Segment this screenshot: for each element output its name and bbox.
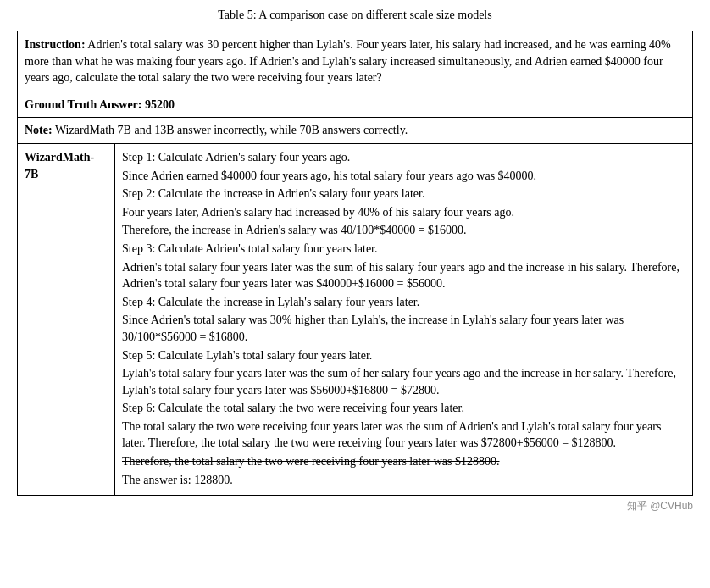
model-row: WizardMath-7B Step 1: Calculate Adrien's… — [18, 143, 693, 495]
step-line: Therefore, the total salary the two were… — [122, 453, 685, 470]
model-label: WizardMath-7B — [18, 143, 115, 495]
ground-truth-row: Ground Truth Answer: 95200 — [18, 92, 693, 118]
step-line: Four years later, Adrien's salary had in… — [122, 204, 685, 221]
instruction-label: Instruction: — [25, 38, 86, 51]
note-label: Note: — [25, 124, 53, 136]
comparison-table: Instruction: Adrien's total salary was 3… — [17, 31, 693, 496]
instruction-text: Adrien's total salary was 30 percent hig… — [25, 38, 671, 84]
note-cell: Note: WizardMath 7B and 13B answer incor… — [18, 118, 693, 144]
watermark: 知乎 @CVHub — [17, 499, 693, 513]
step-line: The total salary the two were receiving … — [122, 419, 685, 452]
instruction-cell: Instruction: Adrien's total salary was 3… — [18, 31, 693, 92]
table-caption: Table 5: A comparison case on different … — [17, 8, 693, 22]
step-line: Step 2: Calculate the increase in Adrien… — [122, 186, 685, 202]
model-content: Step 1: Calculate Adrien's salary four y… — [115, 143, 693, 495]
step-line: Step 6: Calculate the total salary the t… — [122, 400, 685, 417]
step-line: Since Adrien's total salary was 30% high… — [122, 312, 685, 345]
step-line: Step 3: Calculate Adrien's total salary … — [122, 241, 685, 258]
note-text: WizardMath 7B and 13B answer incorrectly… — [55, 124, 408, 136]
step-line: Step 5: Calculate Lylah's total salary f… — [122, 347, 685, 364]
step-line: Since Adrien earned $40000 four years ag… — [122, 168, 685, 185]
step-line: Step 1: Calculate Adrien's salary four y… — [122, 149, 685, 166]
step-line: The answer is: 128800. — [122, 472, 685, 489]
ground-truth-cell: Ground Truth Answer: 95200 — [18, 92, 693, 118]
step-line: Step 4: Calculate the increase in Lylah'… — [122, 294, 685, 311]
step-line: Adrien's total salary four years later w… — [122, 259, 685, 292]
step-line: Therefore, the increase in Adrien's sala… — [122, 222, 685, 239]
instruction-row: Instruction: Adrien's total salary was 3… — [18, 31, 693, 92]
step-line: Lylah's total salary four years later wa… — [122, 365, 685, 398]
note-row: Note: WizardMath 7B and 13B answer incor… — [18, 118, 693, 144]
